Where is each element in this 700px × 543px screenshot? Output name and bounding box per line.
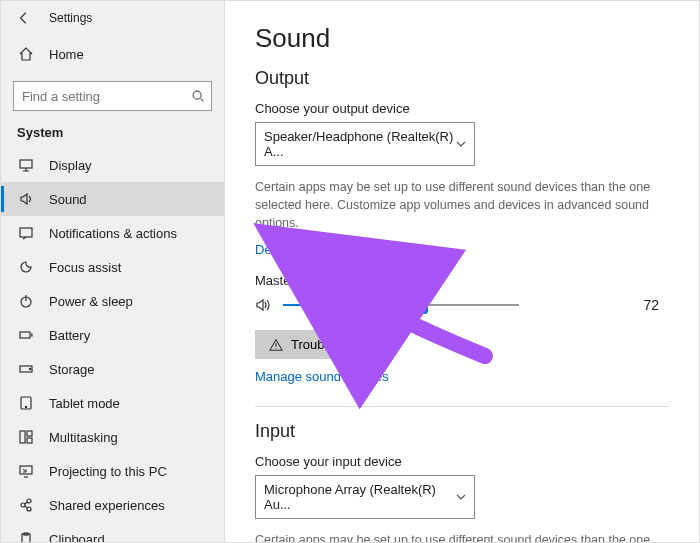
sidebar-item-label: Focus assist	[49, 260, 121, 275]
output-device-label: Choose your output device	[255, 101, 669, 116]
sidebar-item-label: Projecting to this PC	[49, 464, 167, 479]
svg-rect-4	[20, 332, 30, 338]
tablet-icon	[17, 394, 35, 412]
notifications-icon	[17, 224, 35, 242]
sidebar-item-label: Sound	[49, 192, 87, 207]
search-icon	[191, 89, 205, 103]
troubleshoot-label: Troubleshoot	[291, 337, 366, 352]
input-device-label: Choose your input device	[255, 454, 669, 469]
master-volume-label: Master volume	[255, 273, 669, 288]
sidebar-scroll[interactable]: Display Sound Notifications & actions Fo…	[1, 148, 224, 542]
svg-point-6	[29, 368, 30, 369]
svg-rect-10	[27, 431, 32, 436]
sidebar-item-display[interactable]: Display	[1, 148, 224, 182]
sidebar-item-label: Battery	[49, 328, 90, 343]
sidebar-home[interactable]: Home	[1, 37, 224, 71]
svg-point-8	[25, 406, 26, 407]
troubleshoot-button[interactable]: Troubleshoot	[255, 330, 380, 359]
master-volume-value: 72	[643, 297, 659, 313]
master-volume-slider[interactable]	[283, 298, 519, 312]
display-icon	[17, 156, 35, 174]
multitasking-icon	[17, 428, 35, 446]
sidebar-item-label: Power & sleep	[49, 294, 133, 309]
svg-point-13	[21, 503, 25, 507]
focus-assist-icon	[17, 258, 35, 276]
shared-icon	[17, 496, 35, 514]
svg-rect-2	[20, 228, 32, 237]
sidebar-item-sound[interactable]: Sound	[1, 182, 224, 216]
sidebar-item-label: Tablet mode	[49, 396, 120, 411]
sidebar-item-clipboard[interactable]: Clipboard	[1, 522, 224, 542]
sidebar-item-tablet-mode[interactable]: Tablet mode	[1, 386, 224, 420]
power-icon	[17, 292, 35, 310]
back-button[interactable]	[17, 11, 31, 25]
section-divider	[255, 406, 669, 407]
svg-point-14	[27, 499, 31, 503]
svg-rect-9	[20, 431, 25, 443]
search-box[interactable]	[13, 81, 212, 111]
clipboard-icon	[17, 530, 35, 542]
output-device-dropdown[interactable]: Speaker/Headphone (Realtek(R) A...	[255, 122, 475, 166]
main-content: Sound Output Choose your output device S…	[225, 1, 699, 542]
battery-icon	[17, 326, 35, 344]
home-icon	[17, 45, 35, 63]
svg-rect-11	[27, 438, 32, 443]
sidebar-item-label: Display	[49, 158, 92, 173]
input-help-text: Certain apps may be set up to use differ…	[255, 531, 655, 542]
sidebar-item-label: Storage	[49, 362, 95, 377]
sidebar-item-label: Shared experiences	[49, 498, 165, 513]
input-device-value: Microphone Array (Realtek(R) Au...	[264, 482, 456, 512]
sidebar-item-label: Notifications & actions	[49, 226, 177, 241]
settings-sidebar: Settings Home System Display	[1, 1, 225, 542]
chevron-down-icon	[456, 492, 466, 502]
window-title: Settings	[49, 11, 92, 25]
output-help-text: Certain apps may be set up to use differ…	[255, 178, 655, 232]
sound-icon	[17, 190, 35, 208]
output-heading: Output	[255, 68, 669, 89]
sidebar-section-label: System	[1, 119, 224, 148]
output-device-value: Speaker/Headphone (Realtek(R) A...	[264, 129, 456, 159]
speaker-icon[interactable]	[255, 296, 273, 314]
output-device-properties-link[interactable]: Device properties	[255, 242, 356, 257]
chevron-down-icon	[456, 139, 466, 149]
sidebar-item-label: Clipboard	[49, 532, 105, 543]
projecting-icon	[17, 462, 35, 480]
svg-point-0	[193, 91, 201, 99]
sidebar-item-storage[interactable]: Storage	[1, 352, 224, 386]
sidebar-item-multitasking[interactable]: Multitasking	[1, 420, 224, 454]
svg-rect-1	[20, 160, 32, 168]
sidebar-item-power-sleep[interactable]: Power & sleep	[1, 284, 224, 318]
input-device-dropdown[interactable]: Microphone Array (Realtek(R) Au...	[255, 475, 475, 519]
svg-point-15	[27, 507, 31, 511]
sidebar-item-notifications[interactable]: Notifications & actions	[1, 216, 224, 250]
sidebar-item-shared-experiences[interactable]: Shared experiences	[1, 488, 224, 522]
sidebar-item-battery[interactable]: Battery	[1, 318, 224, 352]
sidebar-item-projecting[interactable]: Projecting to this PC	[1, 454, 224, 488]
sidebar-item-label: Multitasking	[49, 430, 118, 445]
manage-sound-devices-link[interactable]: Manage sound devices	[255, 369, 389, 384]
storage-icon	[17, 360, 35, 378]
search-input[interactable]	[22, 89, 191, 104]
sidebar-item-label: Home	[49, 47, 84, 62]
sidebar-item-focus-assist[interactable]: Focus assist	[1, 250, 224, 284]
page-title: Sound	[255, 23, 669, 54]
warning-icon	[269, 338, 283, 352]
input-heading: Input	[255, 421, 669, 442]
